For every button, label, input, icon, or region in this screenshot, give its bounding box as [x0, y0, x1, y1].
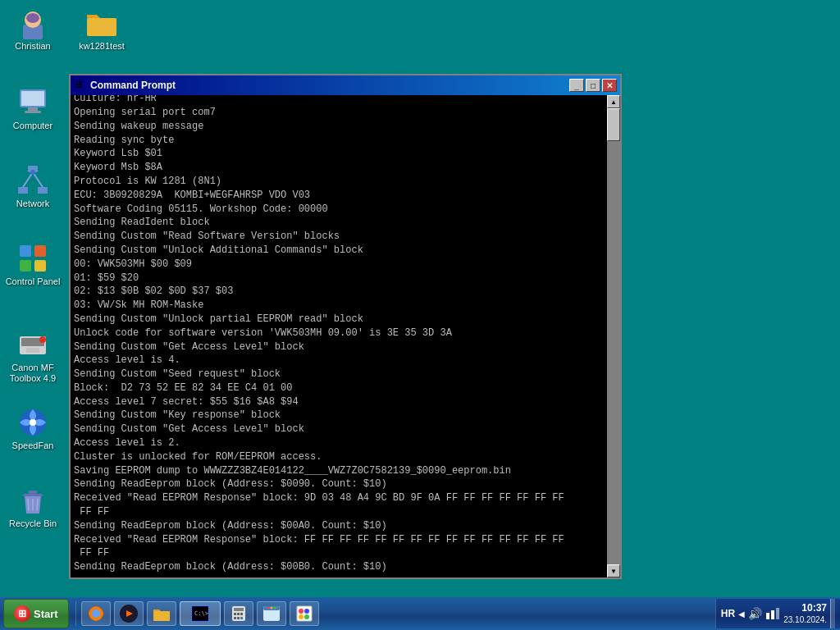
network-icon: [16, 164, 49, 197]
cmd-titlebar-icon: 🖥: [74, 79, 87, 92]
maximize-button[interactable]: □: [586, 79, 600, 92]
recycle-bin-icon: [16, 484, 49, 517]
minimize-button[interactable]: _: [569, 79, 584, 92]
svg-line-13: [33, 172, 43, 187]
svg-point-51: [304, 609, 309, 614]
language-badge: HR: [721, 608, 735, 619]
svg-rect-15: [20, 245, 31, 257]
svg-rect-54: [766, 613, 769, 619]
cmd-content[interactable]: Microsoft Windows [Version 6.1.7601] Cop…: [71, 95, 607, 578]
icon-label: kw1281test: [79, 41, 125, 52]
svg-rect-26: [29, 491, 37, 494]
svg-rect-25: [23, 494, 43, 496]
calc-icon: [230, 605, 248, 623]
svg-point-46: [267, 607, 269, 609]
svg-rect-6: [21, 91, 44, 106]
desktop-icon-christian[interactable]: Christian: [3, 7, 62, 52]
desktop-icon-recycle-bin[interactable]: Recycle Bin: [3, 484, 62, 529]
control-panel-icon: [16, 242, 49, 275]
icon-label: SpeedFan: [12, 441, 54, 451]
computer-icon: [16, 86, 49, 119]
network-tray-icon[interactable]: [765, 606, 780, 621]
svg-rect-40: [240, 613, 243, 615]
svg-rect-55: [771, 610, 774, 619]
clock-display[interactable]: 10:37 23.10.2024.: [783, 602, 827, 626]
start-orb: ⊞: [14, 605, 30, 622]
desktop-icon-network[interactable]: Network: [3, 164, 62, 209]
cmd-titlebar: 🖥 Command Prompt _ □ ✕: [71, 75, 620, 95]
svg-point-48: [273, 607, 276, 609]
svg-rect-32: [153, 611, 170, 621]
svg-rect-41: [234, 617, 236, 619]
taskbar-btn-media[interactable]: [114, 601, 144, 626]
svg-rect-10: [18, 187, 28, 194]
svg-rect-38: [234, 613, 236, 615]
firefox-icon: [87, 605, 105, 623]
svg-rect-8: [25, 111, 41, 113]
browser-icon: [262, 605, 281, 623]
svg-rect-56: [776, 608, 779, 619]
close-button[interactable]: ✕: [602, 79, 617, 92]
taskbar-btn-calc[interactable]: [224, 601, 253, 626]
show-desktop-button[interactable]: [830, 599, 835, 628]
cmd-scrollbar[interactable]: ▲ ▼: [607, 95, 620, 578]
scroll-up-button[interactable]: ▲: [607, 95, 620, 108]
taskbar-btn-folder[interactable]: [147, 601, 176, 626]
svg-rect-49: [297, 606, 312, 621]
svg-point-24: [30, 419, 36, 426]
svg-rect-4: [87, 18, 116, 36]
taskbar-btn-browser2[interactable]: [257, 601, 286, 626]
icon-label: Network: [16, 199, 49, 209]
folder-icon: [85, 7, 118, 39]
paint-icon: [295, 605, 313, 623]
canon-icon: [16, 328, 49, 361]
taskbar-btn-cmd[interactable]: C:\>_: [180, 601, 221, 626]
taskbar-btn-paint[interactable]: [290, 601, 319, 626]
user-icon: [16, 7, 49, 39]
svg-rect-39: [237, 613, 240, 615]
svg-point-22: [39, 336, 46, 343]
svg-rect-42: [237, 617, 240, 619]
cmd-window: 🖥 Command Prompt _ □ ✕ Microsoft Windows…: [69, 74, 622, 579]
scroll-track: [607, 108, 620, 564]
svg-rect-11: [38, 187, 48, 194]
taskbar-btn-firefox[interactable]: [81, 601, 111, 626]
cmd-body: Microsoft Windows [Version 6.1.7601] Cop…: [71, 95, 620, 578]
scroll-down-button[interactable]: ▼: [607, 564, 620, 578]
icon-label: Control Panel: [6, 276, 61, 287]
cmd-taskbar-icon: C:\>_: [191, 605, 209, 623]
icon-label: Computer: [13, 121, 52, 131]
folder-taskbar-icon: [153, 605, 171, 623]
date: 23.10.2024.: [783, 614, 827, 625]
icon-label: Recycle Bin: [9, 518, 57, 529]
svg-point-28: [92, 609, 100, 618]
desktop-icon-kw1281test[interactable]: kw1281test: [72, 7, 131, 52]
cmd-titlebar-text: Command Prompt: [90, 80, 566, 91]
start-label: Start: [34, 608, 58, 620]
desktop-icon-control-panel[interactable]: Control Panel: [3, 242, 62, 287]
taskbar-divider-1: [75, 601, 76, 626]
desktop-icon-computer[interactable]: Computer: [3, 86, 62, 131]
svg-rect-37: [234, 608, 244, 611]
svg-point-50: [299, 609, 304, 614]
start-button[interactable]: ⊞ Start: [3, 599, 69, 628]
icon-label: Christian: [15, 41, 50, 52]
icon-label: Canon MF Toolbox 4.9: [10, 363, 56, 384]
svg-point-52: [299, 614, 304, 619]
svg-rect-21: [26, 348, 39, 353]
speaker-icon[interactable]: 🔊: [748, 607, 762, 620]
svg-point-14: [30, 170, 35, 175]
svg-rect-18: [34, 260, 46, 272]
system-tray: HR ◀ 🔊 10:37 23.10.2024.: [715, 599, 840, 628]
media-player-icon: [120, 605, 138, 623]
tray-icon-arrow[interactable]: ◀: [738, 609, 745, 619]
desktop-icon-canon-toolbox[interactable]: Canon MF Toolbox 4.9: [3, 328, 62, 384]
svg-rect-17: [20, 260, 31, 272]
cmd-titlebar-buttons: _ □ ✕: [569, 79, 617, 92]
desktop-icon-speedfan[interactable]: SpeedFan: [3, 406, 62, 451]
taskbar: ⊞ Start: [0, 597, 840, 630]
speedfan-icon: [16, 406, 49, 439]
scroll-thumb[interactable]: [607, 108, 620, 141]
svg-rect-7: [28, 107, 38, 111]
time: 10:37: [783, 602, 827, 615]
